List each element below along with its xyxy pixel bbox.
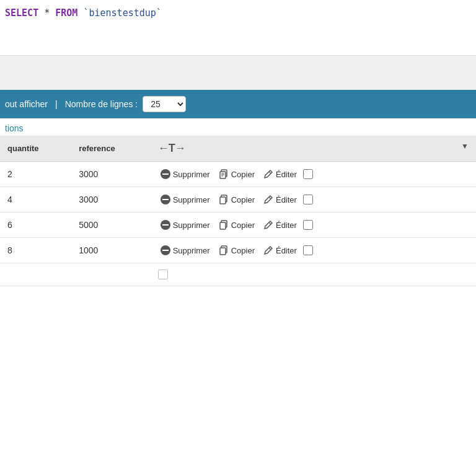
filter-dropdown-icon[interactable]: ▼ (461, 142, 469, 151)
delete-icon (161, 245, 170, 255)
options-label: tions (0, 123, 29, 133)
copy-button[interactable]: Copier (216, 219, 257, 231)
cell-reference: 5000 (71, 213, 151, 238)
svg-rect-7 (220, 197, 226, 204)
edit-label: Éditer (276, 221, 297, 230)
edit-icon (263, 245, 273, 255)
toolbar-separator: | (55, 99, 58, 109)
delete-button[interactable]: Supprimer (158, 193, 213, 206)
cell-reference: 3000 (71, 187, 151, 213)
sql-table-name: `bienstestdup` (77, 7, 161, 19)
delete-button[interactable]: Supprimer (158, 219, 213, 231)
copy-label: Copier (231, 170, 255, 179)
edit-label: Éditer (276, 195, 297, 204)
svg-rect-13 (220, 248, 226, 255)
copy-button[interactable]: Copier (216, 168, 257, 180)
delete-label: Supprimer (173, 246, 210, 255)
cell-actions: Supprimer Copier Édi (151, 213, 476, 238)
edit-icon (263, 220, 273, 230)
edit-button[interactable]: Éditer (261, 168, 299, 180)
cell-actions-partial (151, 263, 476, 286)
edit-button[interactable]: Éditer (261, 219, 299, 231)
cell-quantite: 6 (0, 213, 71, 238)
copy-icon (219, 195, 229, 204)
delete-label: Supprimer (173, 195, 210, 204)
data-table: quantite reference ←T→ ▼ 2 3000 Supprime… (0, 136, 476, 286)
copy-label: Copier (231, 246, 255, 255)
rows-label: Nombre de lignes : (65, 99, 138, 109)
sql-select-keyword: SELECT (5, 7, 38, 19)
copy-label: Copier (231, 221, 255, 230)
edit-button[interactable]: Éditer (261, 244, 299, 256)
edit-label: Éditer (276, 170, 297, 179)
cell-quantite: 4 (0, 187, 71, 213)
cell-quantite: 2 (0, 162, 71, 187)
svg-rect-10 (220, 222, 226, 229)
row-select-checkbox[interactable] (303, 195, 313, 204)
cell-quantite-partial (0, 263, 71, 286)
copy-button[interactable]: Copier (216, 193, 257, 206)
delete-button[interactable]: Supprimer (158, 244, 213, 256)
copy-icon (219, 169, 229, 179)
table-row: 2 3000 Supprimer (0, 162, 476, 187)
cell-reference: 3000 (71, 162, 151, 187)
table-row: 4 3000 Supprimer Copier (0, 187, 476, 213)
row-select-checkbox[interactable] (303, 220, 313, 230)
svg-line-11 (269, 222, 271, 224)
row-select-checkbox[interactable] (303, 169, 313, 179)
col-header-quantite[interactable]: quantite (0, 136, 71, 162)
cell-actions: Supprimer Copier Édi (151, 238, 476, 263)
col-header-reference[interactable]: reference (71, 136, 151, 162)
edit-icon (263, 195, 273, 204)
edit-icon (263, 169, 273, 179)
edit-label: Éditer (276, 246, 297, 255)
col-resize-icon: ←T→ (158, 142, 185, 155)
copy-icon (219, 220, 229, 230)
table-row: 6 5000 Supprimer Copier (0, 213, 476, 238)
cell-reference: 1000 (71, 238, 151, 263)
delete-icon (161, 220, 170, 230)
show-all-text: out afficher (5, 99, 48, 109)
svg-line-8 (269, 197, 271, 199)
svg-line-14 (269, 248, 271, 250)
cell-actions: Supprimer Copier Édi (151, 187, 476, 213)
table-row-partial (0, 263, 476, 286)
row-select-checkbox[interactable] (303, 245, 313, 255)
col-header-actions[interactable]: ←T→ ▼ (151, 136, 476, 162)
sql-from-keyword: FROM (55, 7, 77, 19)
edit-button[interactable]: Éditer (261, 193, 299, 206)
delete-icon (161, 195, 170, 204)
table-header-row: quantite reference ←T→ ▼ (0, 136, 476, 162)
delete-label: Supprimer (173, 221, 210, 230)
delete-button[interactable]: Supprimer (158, 168, 213, 180)
options-section: tions (0, 118, 476, 136)
sql-query-area: SELECT * FROM `bienstestdup` (0, 0, 476, 56)
cell-quantite: 8 (0, 238, 71, 263)
delete-icon (161, 169, 170, 179)
cell-actions: Supprimer Copier (151, 162, 476, 187)
table-row: 8 1000 Supprimer Copier (0, 238, 476, 263)
spacer-area (0, 56, 476, 90)
toolbar: out afficher | Nombre de lignes : 25 50 … (0, 90, 476, 118)
cell-reference-partial (71, 263, 151, 286)
row-select-checkbox-partial[interactable] (158, 270, 168, 279)
copy-button[interactable]: Copier (216, 244, 257, 256)
copy-label: Copier (231, 195, 255, 204)
copy-icon (219, 245, 229, 255)
delete-label: Supprimer (173, 170, 210, 179)
sql-star: * (38, 7, 55, 19)
rows-per-page-select[interactable]: 25 50 100 250 (143, 96, 186, 112)
svg-line-5 (269, 172, 271, 173)
